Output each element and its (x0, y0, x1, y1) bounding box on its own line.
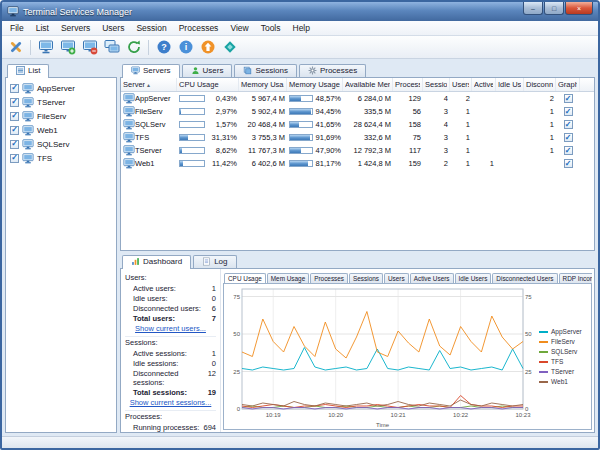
tab-list[interactable]: List (7, 64, 49, 78)
menu-item-help[interactable]: Help (287, 22, 316, 34)
tab-sessions[interactable]: Sessions (234, 64, 296, 77)
cpu-usage-bar (179, 95, 205, 102)
server-tree-item[interactable]: ✓SQLServ (8, 137, 114, 151)
column-header-4[interactable]: Available Mem... (343, 78, 393, 91)
chart-tab-3[interactable]: Sessions (349, 273, 383, 283)
legend-item: TServer (539, 368, 589, 375)
svg-text:i: i (184, 42, 187, 52)
chart-tab-4[interactable]: Users (384, 273, 409, 283)
server-checkbox[interactable]: ✓ (10, 98, 19, 107)
server-checkbox[interactable]: ✓ (10, 84, 19, 93)
server-checkbox[interactable]: ✓ (10, 154, 19, 163)
column-header-0[interactable]: Server▲ (121, 78, 177, 91)
tab-servers[interactable]: Servers (122, 64, 180, 78)
tab-list-label: List (28, 66, 40, 75)
graph-checkbox[interactable]: ✓ (564, 107, 573, 116)
connect-server-button[interactable] (35, 37, 56, 57)
server-checkbox[interactable]: ✓ (10, 126, 19, 135)
column-header-1[interactable]: CPU Usage (177, 78, 239, 91)
graph-checkbox[interactable]: ✓ (564, 159, 573, 168)
legend-color-swatch (539, 331, 548, 333)
update-button[interactable] (197, 37, 218, 57)
column-header-3[interactable]: Memory Usage % (287, 78, 343, 91)
chart-tab-0[interactable]: CPU Usage (224, 273, 266, 283)
menu-item-view[interactable]: View (224, 22, 254, 34)
computer-icon (123, 132, 135, 143)
servers-list-button[interactable] (101, 37, 122, 57)
graph-checkbox[interactable]: ✓ (564, 133, 573, 142)
server-row[interactable]: FileServ2,97%5 902,4 M94,45%335,5 M56311… (121, 105, 594, 118)
column-header-11[interactable]: Graph (556, 78, 580, 91)
server-row[interactable]: TFS31,31%3 755,3 M91,69%332,6 M75311✓ (121, 131, 594, 144)
show-sessions-link[interactable]: Show current sessions... (125, 398, 216, 407)
maximize-button[interactable]: □ (544, 2, 564, 15)
svg-text:75: 75 (525, 294, 532, 300)
computer-icon (22, 83, 34, 94)
tab-log[interactable]: Log (193, 255, 236, 268)
memory-usage-bar (289, 108, 313, 115)
graph-checkbox[interactable]: ✓ (564, 146, 573, 155)
computer-icon (123, 106, 135, 117)
chart-tab-8[interactable]: RDP Incoming Bytes (559, 273, 592, 283)
refresh-button[interactable] (123, 37, 144, 57)
chart-tab-6[interactable]: Idle Users (455, 273, 492, 283)
menu-item-list[interactable]: List (30, 22, 55, 34)
column-header-9[interactable]: Idle Users (496, 78, 524, 91)
list-icon (16, 66, 25, 75)
help-button[interactable]: ? (153, 37, 174, 57)
memory-usage-bar (289, 160, 313, 167)
toolbar-separator (30, 40, 31, 55)
add-server-button[interactable] (57, 37, 78, 57)
minimize-button[interactable]: – (523, 2, 543, 15)
menu-item-servers[interactable]: Servers (55, 22, 96, 34)
server-checkbox[interactable]: ✓ (10, 140, 19, 149)
disconnected-users-cell: 1 (524, 105, 556, 118)
chart-tab-2[interactable]: Processes (310, 273, 348, 283)
tab-processes[interactable]: Processes (299, 64, 366, 77)
available-memory-cell: 28 624,4 M (343, 118, 393, 131)
dashboard-tab-icon (131, 257, 140, 266)
close-button[interactable]: × (565, 2, 593, 15)
server-row[interactable]: Web111,42%6 402,6 M81,17%1 424,8 M159211… (121, 157, 594, 170)
column-header-8[interactable]: Active... (472, 78, 496, 91)
server-tree-item[interactable]: ✓AppServer (8, 81, 114, 95)
sessions-section-title: Sessions: (125, 338, 216, 347)
show-users-link[interactable]: Show current users... (125, 324, 216, 333)
column-header-5[interactable]: Process... (393, 78, 423, 91)
license-button[interactable] (219, 37, 240, 57)
column-header-7[interactable]: Users (450, 78, 472, 91)
server-tree-item[interactable]: ✓TFS (8, 151, 114, 165)
remove-server-button[interactable] (79, 37, 100, 57)
column-header-6[interactable]: Sessions (423, 78, 450, 91)
server-row[interactable]: TServer8,62%11 767,3 M47,90%12 792,3 M11… (121, 144, 594, 157)
legend-label: TServer (551, 368, 574, 375)
server-tree-item[interactable]: ✓Web1 (8, 123, 114, 137)
server-row[interactable]: AppServer0,43%5 967,4 M48,57%6 284,0 M12… (121, 92, 594, 105)
menu-item-tools[interactable]: Tools (255, 22, 287, 34)
tab-users[interactable]: Users (182, 64, 233, 77)
menu-item-processes[interactable]: Processes (173, 22, 225, 34)
menu-item-session[interactable]: Session (130, 22, 172, 34)
menu-item-file[interactable]: File (4, 22, 30, 34)
chart-tab-7[interactable]: Disconnected Users (492, 273, 557, 283)
legend-color-swatch (539, 341, 548, 343)
svg-text:Time: Time (376, 422, 390, 428)
chart-tab-1[interactable]: Mem Usage (267, 273, 309, 283)
graph-checkbox[interactable]: ✓ (564, 120, 573, 129)
titlebar[interactable]: Terminal Services Manager – □ × (2, 2, 598, 21)
server-tree-item[interactable]: ✓TServer (8, 95, 114, 109)
server-checkbox[interactable]: ✓ (10, 112, 19, 121)
processes-section: Processes:Running processes:694Show curr… (125, 411, 216, 432)
column-header-2[interactable]: Memory Usa... (239, 78, 287, 91)
legend-item: AppServer (539, 328, 589, 335)
tools-button[interactable] (5, 37, 26, 57)
info-button[interactable]: i (175, 37, 196, 57)
graph-checkbox[interactable]: ✓ (564, 94, 573, 103)
column-header-10[interactable]: Disconnec... (524, 78, 556, 91)
menu-item-users[interactable]: Users (96, 22, 130, 34)
tab-dashboard[interactable]: Dashboard (122, 255, 191, 269)
chart-tab-5[interactable]: Active Users (410, 273, 454, 283)
server-cell: SQLServ (121, 118, 177, 131)
server-tree-item[interactable]: ✓FileServ (8, 109, 114, 123)
server-row[interactable]: SQLServ1,57%20 468,4 M41,65%28 624,4 M15… (121, 118, 594, 131)
